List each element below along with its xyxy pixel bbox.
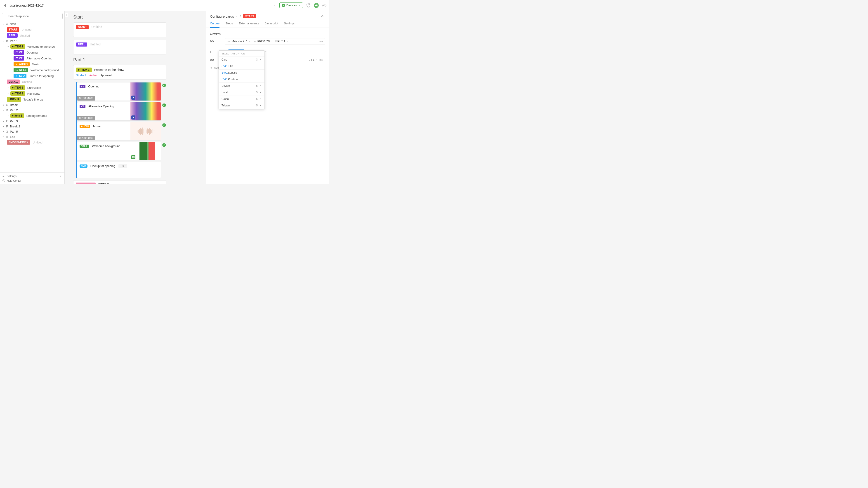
play-icon[interactable]: [131, 116, 135, 120]
chevron-down-icon[interactable]: [258, 15, 260, 18]
section-a[interactable]: A Start: [1, 22, 63, 27]
dd-option-global[interactable]: Global5: [219, 96, 265, 102]
gear-icon[interactable]: [321, 3, 327, 8]
media-card-opening[interactable]: VT Opening 00:00:20:00: [77, 82, 166, 101]
check-icon: [162, 103, 166, 107]
chevron-down-icon: [248, 40, 251, 42]
play-icon[interactable]: [131, 96, 135, 100]
svg-point-8: [3, 176, 4, 177]
search-input[interactable]: [2, 13, 63, 19]
dropdown-header: SELECT AN OPTION: [219, 51, 265, 56]
sync-icon[interactable]: [306, 3, 311, 8]
tree-item-start[interactable]: START Untitled: [7, 27, 63, 33]
tree-item-item2[interactable]: ITEM 2Eurovision: [7, 85, 63, 91]
volume-icon: [16, 63, 18, 66]
text-icon: [16, 74, 18, 77]
devices-label: Devices: [286, 4, 297, 7]
close-icon[interactable]: [320, 14, 325, 19]
topbar: #steljevraag 2021-12-17 Devices: [0, 0, 329, 11]
dd-option-device[interactable]: Device5: [219, 83, 265, 89]
sidebar-collapse-handle[interactable]: [65, 11, 68, 184]
chevron-right-icon: [7, 92, 9, 95]
tree-item-item1[interactable]: ITEM 1 Welcome to the show: [7, 43, 63, 50]
breadcrumb[interactable]: Configure cards: [210, 14, 234, 18]
dd-option-trigger[interactable]: Trigger5: [219, 102, 265, 109]
media-card-still[interactable]: STILL Welcome background: [77, 142, 166, 160]
play-icon: [12, 93, 13, 94]
sidebar-settings[interactable]: Settings: [2, 174, 62, 178]
dd-option-card[interactable]: Card 3: [219, 56, 265, 63]
gear-icon: [2, 175, 5, 178]
tag-studio[interactable]: Studio 1: [76, 74, 86, 77]
play-icon: [79, 69, 80, 71]
tree-item-vt2[interactable]: VTAlternative Opening: [13, 55, 63, 61]
tree-item-reel[interactable]: REEL Untitled: [7, 33, 63, 38]
chevron-down-icon[interactable]: [235, 15, 238, 18]
chevron-down-icon[interactable]: [265, 51, 267, 53]
chevron-down-icon: [2, 109, 5, 111]
tree-item-still[interactable]: STILLWelcome background: [13, 67, 63, 73]
dd-option-svo-subtitle[interactable]: SVO.Subtitle: [219, 69, 265, 76]
dd-option-svo-position[interactable]: SVO.Position: [219, 76, 265, 83]
image-icon: [16, 69, 18, 71]
waveform-thumbnail: [130, 122, 161, 140]
sidebar-help[interactable]: Help Center: [2, 178, 62, 183]
do-rule-box[interactable]: on vMix studio 1 do PREVIEW INPUT 1 ms: [225, 38, 325, 44]
play-icon: [12, 46, 13, 47]
play-icon: [12, 115, 13, 117]
tab-external[interactable]: External events: [239, 22, 259, 28]
more-icon[interactable]: [272, 3, 278, 8]
chevron-down-icon[interactable]: [225, 33, 227, 35]
dd-option-local[interactable]: Local5: [219, 89, 265, 96]
tree-item-lineup[interactable]: LINE-UPToday's line-up: [7, 96, 63, 102]
media-card-music[interactable]: AUDIO Music 00:00:20:00: [77, 122, 166, 140]
section-b[interactable]: B Part 1: [1, 38, 63, 43]
svg-point-1: [274, 5, 275, 6]
back-icon[interactable]: [2, 3, 8, 8]
section-h[interactable]: HEnd: [1, 134, 63, 139]
section-g[interactable]: GPart 5: [1, 129, 63, 134]
plus-icon: [210, 66, 213, 69]
tree-item-audio[interactable]: AUDIOMusic: [13, 61, 63, 67]
card-vmix-social[interactable]: VMIX SOCIAL Untitled: [73, 180, 166, 184]
section-heading-start: Start: [73, 14, 200, 20]
chevron-down-icon: [298, 4, 301, 6]
tab-settings[interactable]: Settings: [284, 22, 294, 28]
tab-javascript[interactable]: Javascript: [265, 22, 278, 28]
media-card-alt-opening[interactable]: VT Alternative Opening 00:00:20:00: [77, 102, 166, 121]
configure-panel: Configure cards / START On cue Steps Ext…: [206, 11, 329, 184]
section-e[interactable]: EPart 3: [1, 119, 63, 124]
card-start[interactable]: START Untitled: [73, 22, 166, 37]
devices-button[interactable]: Devices: [279, 2, 303, 8]
tree-item-svo[interactable]: SVOLine'up for opening: [13, 73, 63, 79]
tree-item-item3[interactable]: ITEM 3Highlights: [7, 91, 63, 96]
item1-card[interactable]: ITEM 1 Welcome to the show Studio 1 Ambe…: [73, 65, 166, 79]
chevron-left-icon[interactable]: [64, 13, 68, 17]
status-ok-icon: [282, 4, 285, 7]
video-thumbnail: [130, 102, 161, 121]
section-f[interactable]: FBreak 2: [1, 124, 63, 129]
svg-rect-6: [16, 58, 18, 59]
check-icon: [162, 123, 166, 127]
tree-item-vt1[interactable]: VTOpening: [13, 50, 63, 55]
cloud-status-icon[interactable]: [314, 3, 319, 8]
tree-item-vmix[interactable]: VMIX…Untitled: [7, 79, 63, 85]
card-reel[interactable]: REEL Untitled: [73, 40, 166, 55]
chevron-down-icon: [259, 91, 262, 94]
tab-on-cue[interactable]: On cue: [210, 22, 219, 28]
chevron-down-icon: [259, 104, 262, 107]
chevron-down-icon: [259, 98, 262, 100]
tag-name[interactable]: Amber: [89, 74, 97, 77]
media-card-svo[interactable]: SVO Line'up for opening TOP: [77, 162, 166, 178]
tab-steps[interactable]: Steps: [225, 22, 233, 28]
tree-item-item8[interactable]: Item 8Ending remarks: [7, 113, 63, 119]
chevron-right-icon: [59, 175, 62, 178]
tag-status[interactable]: Approved: [100, 74, 112, 77]
chevron-right-icon: [7, 114, 9, 117]
section-d[interactable]: DPart 2: [1, 107, 63, 113]
breadcrumb-badge[interactable]: START: [243, 14, 256, 18]
top-tag: TOP: [119, 164, 127, 168]
section-c[interactable]: CBreak: [1, 102, 63, 107]
tree-item-endgen[interactable]: ENDGENERIEKUntitled: [7, 139, 63, 145]
dd-option-svo-title[interactable]: SVO.Title: [219, 63, 265, 69]
